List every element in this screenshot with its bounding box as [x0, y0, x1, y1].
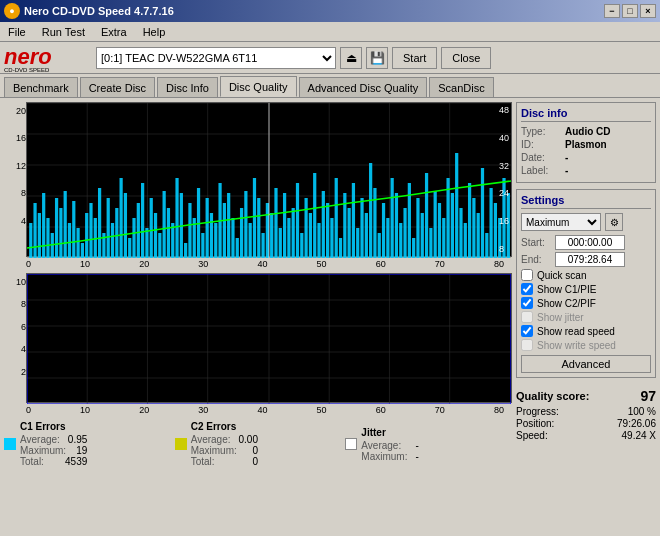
tab-disc-quality[interactable]: Disc Quality	[220, 76, 297, 97]
minimize-button[interactable]: −	[604, 4, 620, 18]
svg-rect-57	[210, 213, 213, 258]
advanced-button[interactable]: Advanced	[521, 355, 651, 373]
c2pif-label: Show C2/PIF	[537, 298, 596, 309]
svg-rect-64	[240, 208, 243, 258]
svg-rect-116	[464, 223, 467, 258]
c2-total-row: Total: 0	[191, 456, 258, 467]
c2pif-checkbox[interactable]	[521, 297, 533, 309]
top-chart-svg	[27, 103, 511, 258]
svg-rect-88	[343, 193, 346, 258]
chart-top-y-left-4: 4	[4, 216, 26, 226]
disc-type-row: Type: Audio CD	[521, 126, 651, 137]
jitter-max-row: Maximum: -	[361, 451, 418, 462]
svg-rect-99	[391, 178, 394, 258]
c2-label: C2 Errors	[191, 421, 258, 432]
tab-benchmark[interactable]: Benchmark	[4, 77, 78, 97]
quickscan-checkbox[interactable]	[521, 269, 533, 281]
start-label: Start:	[521, 237, 551, 248]
svg-rect-58	[214, 223, 217, 258]
drive-selector[interactable]: [0:1] TEAC DV-W522GMA 6T11	[96, 47, 336, 69]
readspeed-checkbox[interactable]	[521, 325, 533, 337]
disc-label-label: Label:	[521, 165, 561, 176]
svg-rect-102	[403, 208, 406, 258]
svg-rect-119	[477, 213, 480, 258]
c1-total-row: Total: 4539	[20, 456, 87, 467]
bottom-chart-x-labels: 0 10 20 30 40 50 60 70 80	[4, 405, 512, 415]
svg-rect-121	[485, 233, 488, 258]
c1-total-value: 4539	[65, 456, 87, 467]
close-button[interactable]: ×	[640, 4, 656, 18]
svg-rect-111	[442, 218, 445, 258]
chart-top-y-right-32: 32	[499, 161, 509, 171]
settings-section: Settings Maximum ⚙ Start: 000:00.00 End:…	[516, 189, 656, 378]
jitter-avg-value: -	[415, 440, 418, 451]
svg-rect-49	[175, 178, 178, 258]
c1-total-label: Total:	[20, 456, 44, 467]
c1pie-checkbox[interactable]	[521, 283, 533, 295]
svg-rect-104	[412, 238, 415, 258]
menu-runtest[interactable]: Run Test	[38, 24, 89, 40]
svg-rect-101	[399, 223, 402, 258]
chart-area: 20 16 12 8 4 0	[4, 102, 512, 532]
legend: C1 Errors Average: 0.95 Maximum: 19 Tota…	[4, 417, 512, 471]
app-icon: ●	[4, 3, 20, 19]
svg-rect-86	[335, 178, 338, 258]
chart-bot-y-left-4: 4	[4, 344, 26, 354]
svg-rect-105	[416, 198, 419, 258]
speed-select[interactable]: Maximum	[521, 213, 601, 231]
chart-top-y-right-8: 8	[499, 244, 509, 254]
writespeed-checkbox[interactable]	[521, 339, 533, 351]
tab-advanced-disc-quality[interactable]: Advanced Disc Quality	[299, 77, 428, 97]
window-controls: − □ ×	[604, 4, 656, 18]
menu-extra[interactable]: Extra	[97, 24, 131, 40]
disc-label-row: Label: -	[521, 165, 651, 176]
end-value: 079:28.64	[555, 252, 625, 267]
chart-bot-y-left-2: 2	[4, 367, 26, 377]
chart-top-y-left-16: 16	[4, 133, 26, 143]
c2-max-label: Maximum:	[191, 445, 237, 456]
chart-top-y-left-8: 8	[4, 188, 26, 198]
menu-file[interactable]: File	[4, 24, 30, 40]
save-button[interactable]: 💾	[366, 47, 388, 69]
start-button[interactable]: Start	[392, 47, 437, 69]
svg-rect-51	[184, 243, 187, 258]
jitter-max-label: Maximum:	[361, 451, 407, 462]
svg-rect-122	[489, 188, 492, 258]
close-disc-button[interactable]: Close	[441, 47, 491, 69]
chart-top-y-right-48: 48	[499, 105, 509, 115]
svg-rect-109	[434, 191, 437, 258]
svg-rect-48	[171, 223, 174, 258]
speed-settings-row: Maximum ⚙	[521, 213, 651, 231]
svg-rect-115	[459, 208, 462, 258]
settings-gear-button[interactable]: ⚙	[605, 213, 623, 231]
svg-rect-90	[352, 183, 355, 258]
c2-max-row: Maximum: 0	[191, 445, 258, 456]
disc-id-row: ID: Plasmon	[521, 139, 651, 150]
main-content: 20 16 12 8 4 0	[0, 98, 660, 536]
maximize-button[interactable]: □	[622, 4, 638, 18]
c1-max-label: Maximum:	[20, 445, 66, 456]
svg-rect-89	[348, 208, 351, 258]
svg-rect-45	[158, 233, 161, 258]
menu-help[interactable]: Help	[139, 24, 170, 40]
svg-rect-65	[244, 191, 247, 258]
jitter-checkbox[interactable]	[521, 311, 533, 323]
jitter-row: Show jitter	[521, 311, 651, 323]
svg-rect-24	[68, 223, 71, 258]
jitter-avg-label: Average:	[361, 440, 401, 451]
eject-button[interactable]: ⏏	[340, 47, 362, 69]
top-chart: 48 40 32 24 16 8	[26, 102, 512, 257]
progress-label: Progress:	[516, 406, 559, 417]
svg-rect-114	[455, 153, 458, 258]
svg-rect-61	[227, 193, 230, 258]
end-time-row: End: 079:28.64	[521, 252, 651, 267]
svg-rect-35	[115, 208, 118, 258]
speed-value: 49.24 X	[622, 430, 656, 441]
quality-score-row: Quality score: 97	[516, 388, 656, 404]
svg-rect-107	[425, 173, 428, 258]
tab-disc-info[interactable]: Disc Info	[157, 77, 218, 97]
app-title: Nero CD-DVD Speed 4.7.7.16	[24, 5, 174, 17]
tab-create-disc[interactable]: Create Disc	[80, 77, 155, 97]
tab-scandisc[interactable]: ScanDisc	[429, 77, 493, 97]
quality-score-value: 97	[640, 388, 656, 404]
